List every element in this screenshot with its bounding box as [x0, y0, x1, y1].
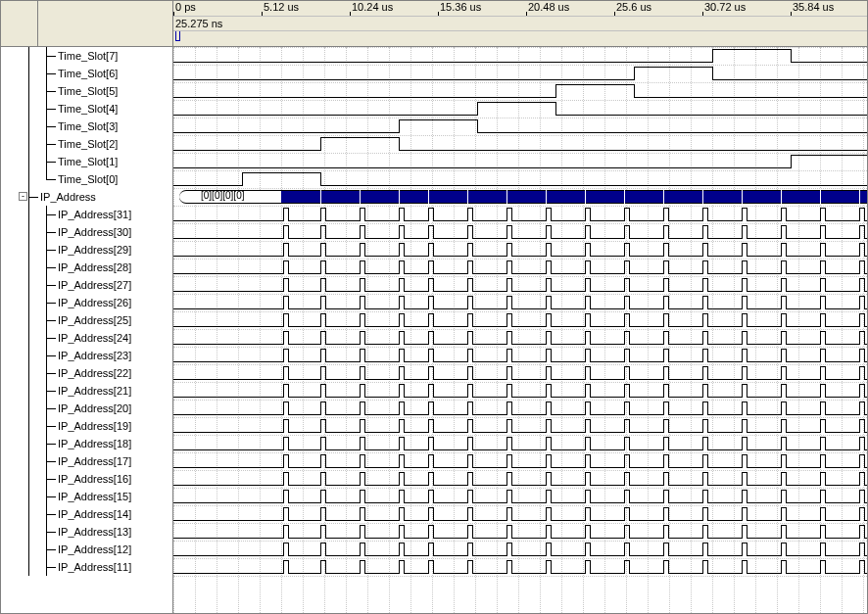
ruler-tick-label: 15.36 us [440, 1, 481, 13]
expand-collapse-icon[interactable]: - [19, 192, 27, 201]
signal-row[interactable]: IP_Address[25] [1, 311, 172, 329]
waveform-row [173, 82, 867, 100]
signal-name-label: IP_Address[15] [56, 491, 131, 502]
signal-row[interactable]: IP_Address[22] [1, 364, 172, 382]
signal-name-label: IP_Address[16] [56, 473, 131, 485]
waveform-row [173, 417, 867, 435]
waveform-row [173, 118, 867, 135]
waveform-row [173, 488, 867, 505]
signal-row[interactable]: IP_Address[18] [1, 435, 172, 452]
signal-row[interactable]: IP_Address[26] [1, 294, 172, 311]
signal-name-panel: Time_Slot[7]Time_Slot[6]Time_Slot[5]Time… [1, 1, 173, 613]
waveform-row [173, 400, 867, 417]
signal-name-label: IP_Address[23] [56, 350, 131, 361]
signal-panel-header [1, 1, 172, 47]
waveform-row [173, 541, 867, 558]
signal-row[interactable]: IP_Address[15] [1, 488, 172, 505]
waveform-row [173, 558, 867, 576]
signal-name-label: Time_Slot[0] [56, 173, 118, 185]
waveform-row [173, 347, 867, 364]
signal-row[interactable]: Time_Slot[0] [1, 170, 172, 188]
signal-row[interactable]: IP_Address[29] [1, 241, 172, 259]
signal-name-label: Time_Slot[5] [56, 85, 118, 97]
signal-row[interactable]: Time_Slot[3] [1, 118, 172, 135]
waveform-row [173, 382, 867, 400]
signal-name-label: IP_Address[18] [56, 438, 131, 449]
signal-name-label: IP_Address[13] [56, 526, 131, 538]
signal-name-label: Time_Slot[6] [56, 68, 118, 79]
waveform-row [173, 259, 867, 276]
ruler-tick-label: 5.12 us [264, 1, 299, 13]
signal-row[interactable]: IP_Address[13] [1, 523, 172, 541]
signal-name-label: IP_Address[11] [56, 561, 131, 573]
signal-row[interactable]: IP_Address[17] [1, 452, 172, 470]
signal-row[interactable]: Time_Slot[1] [1, 153, 172, 170]
signal-row[interactable]: IP_Address[14] [1, 505, 172, 523]
signal-name-label: Time_Slot[1] [56, 156, 118, 167]
signal-list[interactable]: Time_Slot[7]Time_Slot[6]Time_Slot[5]Time… [1, 47, 172, 613]
signal-name-label: IP_Address[19] [56, 420, 131, 432]
signal-name-label: IP_Address[17] [56, 455, 131, 467]
signal-row[interactable]: IP_Address[16] [1, 470, 172, 488]
ruler-marker-row [173, 31, 867, 45]
signal-name-label: IP_Address[30] [56, 226, 131, 238]
signal-name-label: Time_Slot[3] [56, 120, 118, 132]
waveform-row [173, 452, 867, 470]
signal-name-label: Time_Slot[7] [56, 50, 118, 62]
signal-row[interactable]: IP_Address[30] [1, 223, 172, 241]
ruler-tick-label: 25.6 us [616, 1, 651, 13]
waveform-row [173, 100, 867, 118]
signal-row[interactable]: IP_Address[19] [1, 417, 172, 435]
waveform-row [173, 505, 867, 523]
waveform-row [173, 329, 867, 347]
ruler-cursor-row: 25.275 ns [173, 17, 867, 31]
signal-row[interactable]: IP_Address[21] [1, 382, 172, 400]
waveform-row [173, 364, 867, 382]
ruler-tick-label: 30.72 us [704, 1, 746, 13]
signal-row[interactable]: IP_Address[23] [1, 347, 172, 364]
signal-row[interactable]: Time_Slot[4] [1, 100, 172, 118]
time-ruler[interactable]: 0 ps5.12 us10.24 us15.36 us20.48 us25.6 … [173, 1, 867, 47]
signal-row[interactable]: Time_Slot[7] [1, 47, 172, 65]
ruler-tick-label: 35.84 us [793, 1, 834, 13]
signal-name-label: IP_Address[29] [56, 244, 131, 256]
wave-layer: [0][0][0][0] [173, 47, 867, 613]
signal-name-label: IP_Address[22] [56, 367, 131, 379]
waveform-row [173, 65, 867, 82]
waveform-panel: 0 ps5.12 us10.24 us15.36 us20.48 us25.6 … [173, 1, 867, 613]
signal-row[interactable]: IP_Address[24] [1, 329, 172, 347]
signal-row[interactable]: IP_Address[28] [1, 259, 172, 276]
signal-name-label: IP_Address[28] [56, 261, 131, 273]
signal-row[interactable]: Time_Slot[6] [1, 65, 172, 82]
bus-row: [0][0][0][0] [173, 188, 867, 206]
waveform-row [173, 241, 867, 259]
ruler-tick-label: 20.48 us [528, 1, 569, 13]
signal-name-label: Time_Slot[2] [56, 138, 118, 150]
waveform-row [173, 135, 867, 153]
signal-row[interactable]: IP_Address[27] [1, 276, 172, 294]
signal-row[interactable]: IP_Address[31] [1, 206, 172, 223]
signal-row[interactable]: IP_Address[11] [1, 558, 172, 576]
signal-name-label: IP_Address[31] [56, 209, 131, 220]
signal-row[interactable]: IP_Address[12] [1, 541, 172, 558]
signal-name-label: Time_Slot[4] [56, 103, 118, 115]
signal-row[interactable]: Time_Slot[5] [1, 82, 172, 100]
signal-name-label: IP_Address[20] [56, 402, 131, 414]
cursor-marker-icon[interactable] [175, 31, 180, 41]
waveform-row [173, 153, 867, 170]
waveform-row [173, 470, 867, 488]
bus-value-label: [0][0][0][0] [201, 190, 244, 201]
signal-name-label: IP_Address[24] [56, 332, 131, 344]
waveform-row [173, 276, 867, 294]
signal-name-label: IP_Address [38, 191, 96, 203]
waveform-row [173, 294, 867, 311]
signal-row[interactable]: Time_Slot[2] [1, 135, 172, 153]
signal-row[interactable]: -IP_Address [1, 188, 172, 206]
signal-row[interactable]: IP_Address[20] [1, 400, 172, 417]
waveform-area[interactable]: [0][0][0][0] [173, 47, 867, 613]
signal-name-label: IP_Address[14] [56, 508, 131, 520]
ruler-tick-label: 0 ps [175, 1, 196, 13]
ruler-ticks-row: 0 ps5.12 us10.24 us15.36 us20.48 us25.6 … [173, 1, 867, 17]
ruler-tick-label: 10.24 us [352, 1, 393, 13]
waveform-row [173, 435, 867, 452]
